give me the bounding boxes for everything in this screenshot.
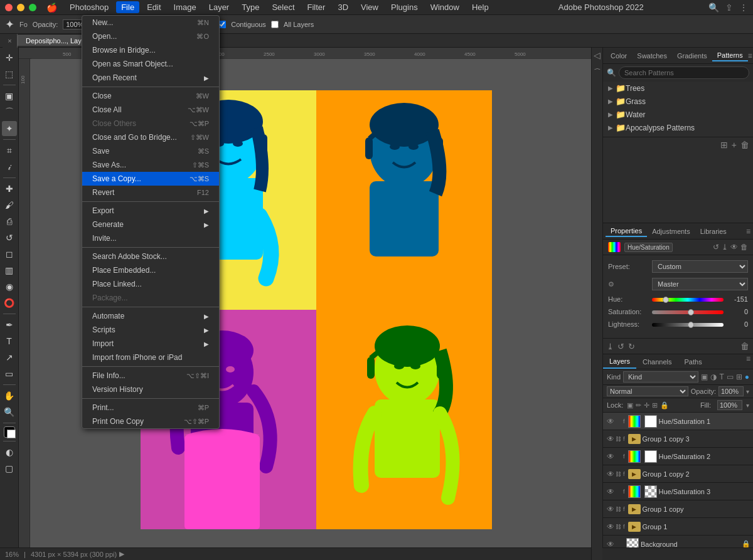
more-icon[interactable]: ⋮ xyxy=(739,3,748,13)
properties-menu-icon[interactable]: ≡ xyxy=(746,227,750,236)
share-icon[interactable]: ⇪ xyxy=(725,3,733,13)
pattern-item-trees[interactable]: ▶ 📁 Trees xyxy=(603,82,753,95)
lightness-slider-thumb[interactable] xyxy=(688,322,694,328)
layer-row-group1copy[interactable]: 👁 ⛓ f ▶ Group 1 copy xyxy=(603,500,753,518)
maximize-button[interactable] xyxy=(29,4,36,11)
marquee-tool[interactable]: ▣ xyxy=(2,88,17,103)
tab-color[interactable]: Color xyxy=(606,51,632,61)
fm-place-embedded[interactable]: Place Embedded... xyxy=(82,263,219,277)
eraser-tool[interactable]: ◻ xyxy=(2,246,17,262)
lock-transparent-icon[interactable]: ▣ xyxy=(627,401,633,409)
search-icon[interactable]: 🔍 xyxy=(708,3,719,13)
preset-select[interactable]: Custom xyxy=(652,260,748,273)
refresh-icon[interactable]: ↻ xyxy=(628,342,635,351)
pen-tool[interactable]: ✒ xyxy=(2,317,17,332)
tab-adjustments[interactable]: Adjustments xyxy=(647,226,695,236)
shape-tool[interactable]: ▭ xyxy=(2,366,17,381)
layer-row-huesat3[interactable]: 👁 f Hue/Saturation 3 xyxy=(603,483,753,500)
layer-visibility-icon[interactable]: 👁 xyxy=(606,435,616,443)
pixel-filter-icon[interactable]: ▣ xyxy=(701,372,708,381)
fm-open[interactable]: Open...⌘O xyxy=(82,29,219,43)
menu-window[interactable]: Window xyxy=(425,1,464,13)
tab-channels[interactable]: Channels xyxy=(636,354,678,369)
quick-mask-tool[interactable]: ◐ xyxy=(2,445,17,460)
tab-libraries[interactable]: Libraries xyxy=(695,226,732,236)
screen-mode-tool[interactable]: ▢ xyxy=(2,461,17,476)
lock-all-icon[interactable]: 🔒 xyxy=(660,401,669,409)
tab-patterns[interactable]: Patterns xyxy=(712,50,748,61)
fill-arrow-icon[interactable]: ▾ xyxy=(746,402,749,409)
all-layers-checkbox[interactable] xyxy=(271,21,279,28)
fm-scripts[interactable]: Scripts▶ xyxy=(82,323,219,337)
fm-version-history[interactable]: Version History xyxy=(82,383,219,396)
opacity-arrow-icon[interactable]: ▾ xyxy=(746,388,749,395)
layer-row-group1[interactable]: 👁 ⛓ f ▶ Group 1 xyxy=(603,518,753,536)
fm-export[interactable]: Export▶ xyxy=(82,204,219,218)
dodge-tool[interactable]: ⭕ xyxy=(2,295,17,310)
layer-visibility-icon[interactable]: 👁 xyxy=(606,522,616,531)
menu-filter[interactable]: Filter xyxy=(302,1,331,13)
tab-gradients[interactable]: Gradients xyxy=(672,51,712,61)
tab-swatches[interactable]: Swatches xyxy=(632,51,672,61)
adj-filter-icon[interactable]: ◑ xyxy=(710,372,717,381)
close-tab-icon[interactable]: × xyxy=(8,37,11,45)
fm-revert[interactable]: RevertF12 xyxy=(82,186,219,199)
fm-search-stock[interactable]: Search Adobe Stock... xyxy=(82,250,219,263)
layer-visibility-icon[interactable]: 👁 xyxy=(606,452,616,461)
channel-select[interactable]: Master xyxy=(652,278,748,290)
brush-tool[interactable]: 🖌 xyxy=(2,198,17,213)
saturation-slider-thumb[interactable] xyxy=(688,309,694,315)
hand-tool[interactable]: ✋ xyxy=(2,388,17,403)
fm-open-recent[interactable]: Open Recent▶ xyxy=(82,71,219,85)
layer-row-group1copy2[interactable]: 👁 ⛓ f ▶ Group 1 copy 2 xyxy=(603,465,753,483)
shape-filter-icon[interactable]: ▭ xyxy=(727,372,734,381)
visible-icon[interactable]: 👁 xyxy=(730,243,738,251)
tab-properties[interactable]: Properties xyxy=(606,226,647,237)
path-tool[interactable]: ↗ xyxy=(2,350,17,365)
fm-import[interactable]: Import▶ xyxy=(82,337,219,351)
foreground-color[interactable] xyxy=(4,426,15,438)
menu-type[interactable]: Type xyxy=(237,1,264,13)
saturation-slider-track[interactable] xyxy=(652,310,724,314)
history-tool[interactable]: ↺ xyxy=(2,230,17,245)
blur-tool[interactable]: ◉ xyxy=(2,279,17,294)
reset-icon[interactable]: ↺ xyxy=(713,243,719,251)
fm-print-one[interactable]: Print One Copy⌥⇧⌘P xyxy=(82,415,219,428)
lock-position-icon[interactable]: ✛ xyxy=(644,401,649,409)
artboard-tool[interactable]: ⬚ xyxy=(2,66,17,82)
minimize-button[interactable] xyxy=(17,4,24,11)
gradient-tool[interactable]: ▥ xyxy=(2,263,17,278)
crop-tool[interactable]: ⌗ xyxy=(2,143,17,158)
move-tool[interactable]: ✛ xyxy=(2,50,17,65)
fm-close-all[interactable]: Close All⌥⌘W xyxy=(82,103,219,117)
menu-select[interactable]: Select xyxy=(267,1,299,13)
menu-edit[interactable]: Edit xyxy=(142,1,166,13)
panel-toggle-2[interactable]: ⟩ xyxy=(594,68,601,70)
layer-visibility-icon[interactable]: 👁 xyxy=(606,487,616,496)
contiguous-checkbox[interactable] xyxy=(218,21,226,28)
layer-row-group1copy3[interactable]: 👁 ⛓ f ▶ Group 1 copy 3 xyxy=(603,430,753,448)
menu-help[interactable]: Help xyxy=(467,1,494,13)
fm-generate[interactable]: Generate▶ xyxy=(82,218,219,231)
magic-wand-tool[interactable]: ✦ xyxy=(2,121,17,136)
layer-row-huesat1[interactable]: 👁 f Hue/Saturation 1 xyxy=(603,413,753,430)
layer-row-huesat2[interactable]: 👁 f Hue/Saturation 2 xyxy=(603,448,753,465)
eyedropper-tool[interactable]: 𝒾 xyxy=(2,159,17,174)
fm-invite[interactable]: Invite... xyxy=(82,231,219,245)
apple-menu[interactable]: 🍎 xyxy=(46,3,57,13)
lock-artboard-icon[interactable]: ⊞ xyxy=(652,401,658,409)
add-pattern-icon[interactable]: + xyxy=(732,140,737,150)
blend-mode-select[interactable]: Normal xyxy=(607,386,688,396)
filter-toggle[interactable]: ● xyxy=(745,372,749,381)
pattern-search-input[interactable] xyxy=(619,66,749,79)
fm-save-as[interactable]: Save As...⇧⌘S xyxy=(82,158,219,172)
tab-paths[interactable]: Paths xyxy=(678,354,708,369)
delete-pattern-icon[interactable]: 🗑 xyxy=(740,140,749,150)
fill-input[interactable] xyxy=(717,400,742,410)
expand-status-icon[interactable]: ▶ xyxy=(119,550,124,558)
layer-kind-select[interactable]: Kind xyxy=(623,371,698,383)
panel-toggle-1[interactable]: ◁ xyxy=(594,50,601,60)
menu-view[interactable]: View xyxy=(356,1,383,13)
clip-icon[interactable]: ⤓ xyxy=(722,243,728,251)
fm-close-bridge[interactable]: Close and Go to Bridge...⇧⌘W xyxy=(82,130,219,144)
